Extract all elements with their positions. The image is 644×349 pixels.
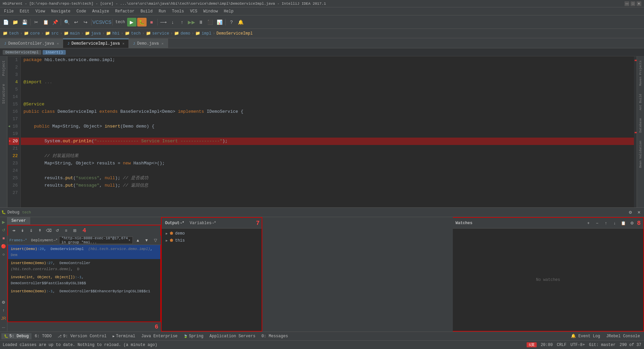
frames-step-over[interactable]: ↠ bbox=[10, 227, 17, 234]
help-btn[interactable]: ? bbox=[227, 18, 236, 27]
status-charset[interactable]: UTF-8+ bbox=[571, 343, 585, 347]
resume-btn[interactable]: ▶▶ bbox=[187, 18, 196, 27]
bottom-tab-vcs[interactable]: ⎇ 9: Version Control bbox=[55, 333, 109, 339]
move-watch-up-btn[interactable]: ↑ bbox=[602, 219, 609, 227]
nav-service[interactable]: service bbox=[152, 31, 169, 36]
breadcrumb-method[interactable]: insert() bbox=[43, 50, 66, 55]
output-tab[interactable]: Output→* bbox=[164, 220, 186, 226]
frames-more[interactable]: ⊞ bbox=[71, 227, 78, 234]
debug-button[interactable]: 🐛 bbox=[137, 18, 147, 27]
frame-3[interactable]: insertDemo(Demo):-1, DemoController$$Enh… bbox=[8, 287, 160, 295]
menu-edit[interactable]: Edit bbox=[17, 8, 32, 14]
tab-close-3[interactable]: ✕ bbox=[162, 42, 164, 46]
bottom-tab-spring[interactable]: 🍃 Spring bbox=[181, 333, 206, 339]
bottom-tab-terminal[interactable]: ▶ Terminal bbox=[110, 333, 138, 339]
nav-src[interactable]: src bbox=[51, 31, 59, 36]
var-this[interactable]: ▶ ⬟ this bbox=[162, 237, 262, 244]
maximize-button[interactable]: □ bbox=[631, 1, 635, 6]
variables-tab[interactable]: Variables→* bbox=[189, 220, 218, 226]
frames-step-out[interactable]: ↟ bbox=[36, 227, 44, 234]
menu-analyze[interactable]: Analyze bbox=[90, 8, 112, 14]
nav-demoimpl[interactable]: DemoServiceImpl bbox=[216, 31, 253, 36]
cut-btn[interactable]: ✂ bbox=[32, 18, 41, 27]
view-breakpoints-btn[interactable]: 🔴 bbox=[0, 243, 7, 250]
run-button[interactable]: ▶ bbox=[127, 18, 137, 27]
minimize-button[interactable]: — bbox=[625, 1, 629, 6]
stop-debug-btn[interactable]: ■ bbox=[0, 235, 7, 242]
pause-btn[interactable]: ⏸ bbox=[197, 18, 205, 27]
frames-force-step[interactable]: ⇓ bbox=[28, 227, 35, 234]
sidebar-structure[interactable]: Structure bbox=[0, 80, 7, 108]
sidebar-ant[interactable]: Ant Build bbox=[638, 90, 644, 114]
frames-tab[interactable]: Frames→* bbox=[9, 238, 27, 242]
debug-settings-btn[interactable]: ⚙ bbox=[627, 209, 634, 216]
nav-java[interactable]: java bbox=[91, 31, 101, 36]
step-over-btn[interactable]: ⟶ bbox=[159, 18, 168, 27]
nav-main[interactable]: main bbox=[70, 31, 80, 36]
frames-step-into[interactable]: ↡ bbox=[19, 227, 26, 234]
status-git[interactable]: Git: master bbox=[589, 343, 615, 347]
menu-window[interactable]: Window bbox=[201, 8, 220, 14]
bottom-tab-javaee[interactable]: Java Enterprise bbox=[139, 333, 180, 339]
menu-help[interactable]: Help bbox=[221, 8, 236, 14]
menu-navigate[interactable]: Navigate bbox=[48, 8, 73, 14]
tab-demo[interactable]: J Demo.java ✕ bbox=[129, 39, 168, 48]
find-btn[interactable]: 🔍 bbox=[62, 18, 71, 27]
bottom-tab-appservers[interactable]: Application Servers bbox=[207, 333, 258, 339]
sidebar-bean[interactable]: Bean Validation bbox=[638, 137, 644, 172]
watches-settings-btn[interactable]: ⚙ bbox=[628, 219, 636, 227]
sidebar-database[interactable]: Database bbox=[638, 114, 644, 137]
coverage-btn[interactable]: 📊 bbox=[215, 18, 224, 27]
sidebar-maven[interactable]: Maven Projects bbox=[638, 56, 644, 90]
tab-close-2[interactable]: ✕ bbox=[122, 42, 124, 46]
nav-demo[interactable]: demo bbox=[180, 31, 190, 36]
menu-view[interactable]: View bbox=[33, 8, 48, 14]
frame-1[interactable]: insertDemo(Demo):27, DemoController (hbi… bbox=[8, 259, 160, 273]
frames-drop-frame[interactable]: ⌫ bbox=[45, 227, 52, 234]
mute-breakpoints-btn[interactable]: ○ bbox=[0, 251, 7, 258]
remove-watch-btn[interactable]: − bbox=[593, 219, 601, 227]
nav-impl[interactable]: impl bbox=[202, 31, 211, 36]
frames-nav-down[interactable]: ▼ bbox=[143, 237, 150, 244]
nav-hbi[interactable]: hbi bbox=[112, 31, 120, 36]
new-file-btn[interactable]: 📄 bbox=[1, 18, 10, 27]
server-tab[interactable]: Server bbox=[7, 217, 30, 225]
frames-filter[interactable]: ▽ bbox=[152, 237, 159, 244]
copy-watch-btn[interactable]: 📋 bbox=[620, 219, 627, 227]
more-debug-btn[interactable]: ... bbox=[0, 323, 7, 330]
tab-democontroller[interactable]: J DemoController.java ✕ bbox=[0, 39, 63, 48]
menu-run[interactable]: Run bbox=[156, 8, 169, 14]
undo-btn[interactable]: ↩ bbox=[72, 18, 80, 27]
frames-eval[interactable]: ≡ bbox=[62, 227, 70, 234]
move-watch-down-btn[interactable]: ↓ bbox=[611, 219, 618, 227]
vcs2-btn[interactable]: VCS bbox=[102, 18, 111, 27]
menu-code[interactable]: Code bbox=[74, 8, 89, 14]
paste-btn[interactable]: 📌 bbox=[51, 18, 59, 27]
stop2-btn[interactable]: ⬛ bbox=[206, 18, 215, 27]
frames-nav-up[interactable]: ▲ bbox=[134, 237, 142, 244]
irebel-btn[interactable]: JR bbox=[0, 315, 7, 322]
copy-btn[interactable]: 📋 bbox=[41, 18, 50, 27]
menu-file[interactable]: File bbox=[1, 8, 16, 14]
nav-core[interactable]: core bbox=[30, 31, 40, 36]
bottom-tab-messages[interactable]: 0: Messages bbox=[259, 333, 290, 339]
editor-area[interactable]: 1 2 3 4 5 14 15 16 17 18 ◀ 19 20 ● 21 22… bbox=[7, 56, 637, 207]
thread-dropdown[interactable]: *http-nio-8080-exec-10*@17,674 in group … bbox=[59, 237, 133, 244]
sidebar-project[interactable]: Project bbox=[0, 56, 7, 80]
close-button[interactable]: ✕ bbox=[637, 1, 641, 6]
code-area[interactable]: package hbi.tech.service.demo.impl; @imp… bbox=[21, 56, 634, 207]
menu-build[interactable]: Build bbox=[138, 8, 155, 14]
step-out-btn[interactable]: ↑ bbox=[178, 18, 186, 27]
stop-btn[interactable]: ■ bbox=[147, 18, 156, 27]
bottom-tab-jrebel[interactable]: JRebel Console bbox=[603, 333, 643, 339]
save-btn[interactable]: 💾 bbox=[20, 18, 29, 27]
notification-btn[interactable]: 🔔 bbox=[236, 18, 245, 27]
nav-tech[interactable]: tech bbox=[9, 31, 19, 36]
bottom-tab-eventlog[interactable]: 🔔 Event Log bbox=[568, 333, 603, 339]
vcs-btn[interactable]: VCS bbox=[93, 18, 102, 27]
frame-2[interactable]: invoke(int, Object, Object[]):-1, DemoCo… bbox=[8, 273, 160, 287]
var-demo[interactable]: ▶ ⬟ demo bbox=[162, 230, 262, 237]
bottom-tab-todo[interactable]: 6: TODO bbox=[32, 333, 54, 339]
tab-demoserviceimpl[interactable]: J DemoServiceImpl.java ✕ bbox=[63, 39, 129, 48]
menu-vcs[interactable]: VCS bbox=[187, 8, 200, 14]
